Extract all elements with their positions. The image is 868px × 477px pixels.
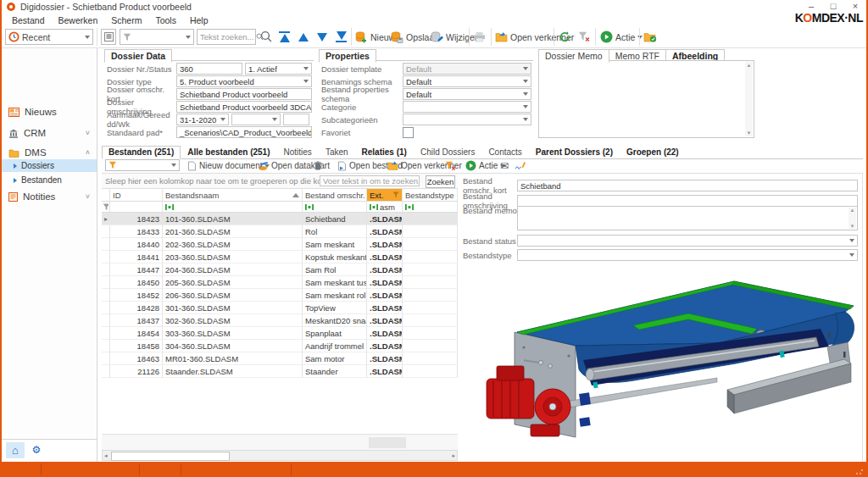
list-view-button[interactable] (101, 29, 116, 45)
menu-tools[interactable]: Tools (148, 14, 183, 26)
table-row[interactable]: 18450205-360.SLDASMSam meskant tussens..… (102, 276, 458, 289)
menu-help[interactable]: Help (183, 14, 215, 26)
table-row[interactable]: 18433201-360.SLDASMRol.SLDASM (102, 225, 458, 238)
table-row[interactable]: 18463MR01-360.SLDASMSam motor.SLDASM (102, 352, 458, 365)
sidebar-item-notities[interactable]: Notities˅ (2, 189, 97, 204)
bestand-omschrijving-input[interactable] (517, 195, 858, 207)
tab-bestanden-251-[interactable]: Bestanden (251) (102, 146, 181, 159)
table-row[interactable]: 18458304-360.SLDASMAandrijf trommel.SLDA… (102, 340, 458, 352)
properties-combo[interactable] (403, 114, 531, 125)
signature-button[interactable] (515, 159, 526, 172)
nieuw-button[interactable]: Nieuw (355, 29, 395, 45)
filter-combo[interactable] (120, 29, 194, 45)
recent-combo[interactable]: Recent (5, 29, 93, 45)
scroll-right-icon[interactable]: ▸ (452, 452, 455, 459)
dossier-status-combo[interactable]: 1. Actief (245, 63, 312, 75)
date-combo[interactable]: 31-1-2020 (176, 114, 229, 125)
actie-button[interactable]: Actie (600, 29, 643, 45)
bestand-omschr-kort-input[interactable]: Schietband (517, 180, 858, 191)
tab-contacts[interactable]: Contacts (481, 146, 528, 159)
tab-dossier-memo[interactable]: Dossier Memo (538, 49, 609, 63)
tab-properties[interactable]: Properties (319, 49, 376, 63)
tab-relaties-1-[interactable]: Relaties (1) (355, 146, 414, 159)
grid-clear-filter-button[interactable] (445, 159, 456, 172)
tab-parent-dossiers-2-[interactable]: Parent Dossiers (2) (529, 146, 620, 159)
menu-bestand[interactable]: Bestand (5, 14, 52, 26)
filter-cell[interactable] (403, 202, 458, 213)
properties-combo[interactable]: Default (403, 88, 531, 100)
table-row[interactable]: 18441203-360.SLDASMKopstuk meskant.SLDAS… (102, 251, 458, 263)
table-row[interactable]: 18437302-360.SLDASMMeskantD20 snaar rol.… (102, 314, 458, 327)
filter-cell[interactable] (303, 202, 367, 213)
scroll-left-icon[interactable]: ◂ (104, 452, 108, 459)
tab-alle-bestanden-251-[interactable]: Alle bestanden (251) (181, 146, 276, 159)
text-search-input[interactable]: Tekst zoeken... (197, 29, 256, 45)
print-button[interactable] (473, 29, 486, 45)
gear-button[interactable]: ⚙ (29, 442, 44, 458)
goto-first-button[interactable] (279, 29, 290, 45)
tab-child-dossiers[interactable]: Child Dossiers (414, 146, 481, 159)
properties-combo[interactable]: Default (403, 75, 531, 87)
week-input[interactable] (283, 114, 309, 125)
dossier-memo-textarea[interactable]: ▲▼ (538, 60, 754, 138)
dossier-nr-input[interactable]: 360 (176, 63, 242, 75)
table-row[interactable]: 18447204-360.SLDASMSam Rol.SLDASM (102, 263, 458, 276)
column-header-bestandsnaam[interactable]: Bestandsnaam (163, 189, 303, 202)
dossier-text-input[interactable]: Schietband Product voorbeeld 3DCAD (176, 101, 312, 113)
memo-scrollbar[interactable]: ▲▼ (745, 62, 753, 136)
table-row[interactable]: 18440202-360.SLDASMSam meskant.SLDASM (102, 238, 458, 251)
tab-notities[interactable]: Notities (277, 146, 319, 159)
date-combo-2[interactable] (231, 114, 281, 125)
memo-scrollbar[interactable]: ▲▼ (849, 208, 856, 229)
menu-bewerken[interactable]: Bewerken (52, 14, 105, 26)
properties-combo[interactable] (403, 101, 531, 113)
column-header-id[interactable]: ID (110, 189, 163, 202)
bestand-status-combo[interactable] (517, 235, 858, 247)
tab-groepen-22-[interactable]: Groepen (22) (620, 146, 686, 159)
delete-button[interactable] (314, 159, 322, 172)
filter-cell[interactable]: asm (367, 202, 403, 213)
refresh-button[interactable] (559, 29, 571, 45)
table-row[interactable]: 18454303-360.SLDASMSpanplaat.SLDASM (102, 327, 458, 340)
column-header-bestandstype[interactable]: Bestandstype (403, 189, 458, 202)
sidebar-item-crm[interactable]: CRM˅ (2, 125, 97, 141)
goto-last-button[interactable] (336, 29, 347, 45)
bestandstype-combo[interactable] (517, 249, 858, 261)
table-row[interactable]: ▸18423101-360.SLDASMSchietband.SLDASM (102, 213, 458, 225)
home-button[interactable]: ⌂ (6, 442, 25, 458)
standaard-pad-input[interactable]: _Scenarios\CAD_Product_Voorbeelden\Schie… (176, 126, 312, 138)
sidebar-item-dossiers[interactable]: Dossiers (2, 159, 97, 172)
menu-scherm[interactable]: Scherm (104, 14, 148, 26)
bestand-memo-textarea[interactable]: ▲▼ (517, 206, 858, 230)
clear-filter-button[interactable] (578, 29, 590, 45)
table-row[interactable]: 18452206-360.SLDASMSam meskant rol tuss.… (102, 289, 458, 302)
dossier-type-combo[interactable]: 5. Product voorbeeld (176, 75, 312, 87)
mail-button[interactable]: ✉ (500, 159, 509, 172)
grid-search-input[interactable]: Voer tekst in om te zoeken... (320, 175, 420, 186)
search-button[interactable] (260, 29, 273, 45)
tab-taken[interactable]: Taken (319, 146, 355, 159)
column-header-ext-[interactable]: Ext. (367, 189, 403, 202)
grid-filter-combo[interactable] (105, 159, 180, 171)
zoeken-button[interactable]: Zoeken (426, 175, 455, 188)
sidebar-item-nieuws[interactable]: Nieuws (2, 104, 97, 119)
goto-prev-button[interactable] (298, 29, 309, 45)
resize-grip[interactable] (855, 467, 864, 475)
favoriet-checkbox[interactable] (403, 127, 414, 138)
grid-hscrollbar[interactable]: ◂ ▸ (102, 450, 458, 461)
table-row[interactable]: 18428301-360.SLDASMTopView.SLDASM (102, 302, 458, 314)
column-header-bestand-omschr-kort[interactable]: Bestand omschr. kort (303, 189, 367, 202)
groupby-strip[interactable]: Sleep hier een kolomkop naar toe om te g… (102, 174, 458, 189)
nieuw-document-button[interactable]: Nieuw document (187, 159, 270, 172)
folder-check-button[interactable] (643, 29, 657, 45)
scroll-thumb[interactable] (111, 452, 230, 461)
sidebar-item-dms[interactable]: DMS˄ (2, 145, 97, 160)
sidebar-item-bestanden[interactable]: Bestanden (2, 174, 97, 186)
filter-cell[interactable] (163, 202, 303, 213)
filter-cell[interactable] (110, 202, 163, 213)
tab-dossier-data[interactable]: Dossier Data (104, 49, 172, 63)
table-row[interactable]: 21126Staander.SLDASMStaander.SLDASM (102, 365, 458, 378)
dossier-text-input[interactable]: Schietband Product voorbeeld (176, 88, 312, 100)
properties-combo[interactable]: Default (403, 63, 531, 75)
goto-next-button[interactable] (317, 29, 327, 45)
